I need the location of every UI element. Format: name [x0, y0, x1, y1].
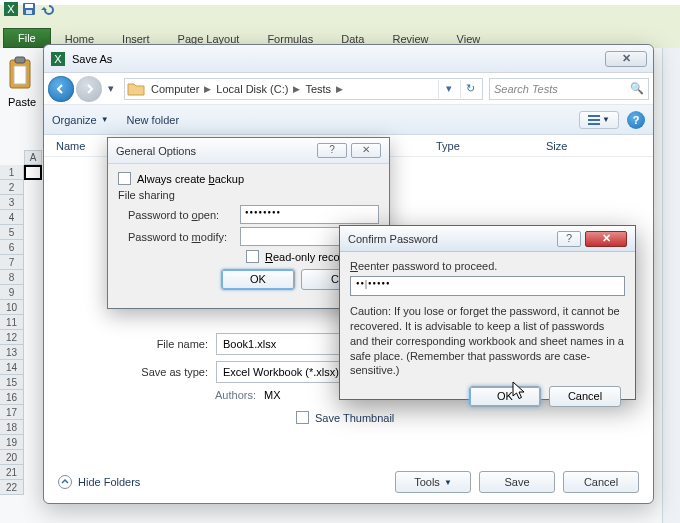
row-header[interactable]: 17 [0, 405, 24, 420]
checkbox-icon [246, 250, 259, 263]
nav-back-button[interactable] [48, 76, 74, 102]
row-header[interactable]: 16 [0, 390, 24, 405]
authors-label: Authors: [196, 389, 256, 401]
row-header[interactable]: 22 [0, 480, 24, 495]
caution-text: Caution: If you lose or forget the passw… [350, 304, 625, 378]
breadcrumb[interactable]: Local Disk (C:) [214, 81, 290, 97]
column-type[interactable]: Type [436, 140, 546, 152]
ok-button[interactable]: OK [469, 386, 541, 407]
folder-icon [127, 80, 145, 98]
close-icon[interactable]: ✕ [351, 143, 381, 158]
row-header[interactable]: 12 [0, 330, 24, 345]
refresh-icon[interactable]: ↻ [460, 80, 480, 98]
row-header[interactable]: 2 [0, 180, 24, 195]
quick-access-toolbar: X [3, 1, 55, 17]
organize-button[interactable]: Organize ▼ [52, 114, 109, 126]
breadcrumb[interactable]: Computer [149, 81, 201, 97]
help-icon[interactable]: ? [317, 143, 347, 158]
breadcrumb[interactable]: Tests [303, 81, 333, 97]
always-backup-checkbox[interactable]: Always create backup [118, 172, 379, 185]
row-header[interactable]: 18 [0, 420, 24, 435]
authors-value[interactable]: MX [264, 389, 281, 401]
row-header[interactable]: 6 [0, 240, 24, 255]
confirm-titlebar[interactable]: Confirm Password ? ✕ [340, 226, 635, 252]
reenter-label: Reenter password to proceed. [350, 260, 625, 272]
savetype-label: Save as type: [124, 366, 216, 378]
view-options-button[interactable]: ▼ [579, 111, 619, 129]
dialog-title: Confirm Password [348, 233, 438, 245]
svg-rect-7 [14, 66, 26, 84]
help-icon[interactable]: ? [627, 111, 645, 129]
cancel-button[interactable]: Cancel [549, 386, 621, 407]
search-input[interactable]: Search Tests 🔍 [489, 78, 649, 100]
row-headers: 1 2 3 4 5 6 7 8 9 10 11 12 13 14 15 16 1… [0, 165, 24, 495]
row-header[interactable]: 13 [0, 345, 24, 360]
confirm-password-dialog: Confirm Password ? ✕ Reenter password to… [339, 225, 636, 400]
close-icon[interactable]: ✕ [605, 51, 647, 67]
row-header[interactable]: 8 [0, 270, 24, 285]
row-header[interactable]: 9 [0, 285, 24, 300]
row-header[interactable]: 4 [0, 210, 24, 225]
svg-text:X: X [7, 3, 15, 15]
row-header[interactable]: 1 [0, 165, 24, 180]
excel-app-icon: X [3, 1, 19, 17]
nav-forward-button[interactable] [76, 76, 102, 102]
ok-button[interactable]: OK [221, 269, 295, 290]
help-icon[interactable]: ? [557, 231, 581, 247]
address-dropdown-icon[interactable]: ▾ [438, 80, 458, 98]
svg-rect-6 [15, 57, 25, 63]
tools-button[interactable]: Tools ▼ [395, 471, 471, 493]
excel-icon: X [50, 51, 66, 67]
column-size[interactable]: Size [546, 140, 606, 152]
svg-text:X: X [54, 53, 62, 65]
dialog-title: General Options [116, 145, 196, 157]
checkbox-icon [118, 172, 131, 185]
confirm-password-input[interactable]: ••|••••• [350, 276, 625, 296]
row-header[interactable]: 3 [0, 195, 24, 210]
section-label: File sharing [118, 189, 379, 201]
row-header[interactable]: 15 [0, 375, 24, 390]
svg-rect-3 [25, 4, 33, 8]
nav-bar: ▾ Computer▶ Local Disk (C:)▶ Tests▶ ▾ ↻ … [44, 73, 653, 105]
nav-history-dropdown[interactable]: ▾ [104, 82, 118, 95]
dialog-title: Save As [72, 53, 112, 65]
save-button[interactable]: Save [479, 471, 555, 493]
search-placeholder: Search Tests [494, 83, 558, 95]
save-as-titlebar[interactable]: X Save As ✕ [44, 45, 653, 73]
chevron-right-icon[interactable]: ▶ [333, 84, 346, 94]
hide-folders-button[interactable]: Hide Folders [58, 475, 140, 489]
row-header[interactable]: 21 [0, 465, 24, 480]
chevron-right-icon[interactable]: ▶ [290, 84, 303, 94]
svg-rect-11 [588, 119, 600, 121]
toolbar: Organize ▼ New folder ▼ ? [44, 105, 653, 135]
undo-icon[interactable] [39, 1, 55, 17]
cancel-button[interactable]: Cancel [563, 471, 639, 493]
close-icon[interactable]: ✕ [585, 231, 627, 247]
chevron-up-icon [58, 475, 72, 489]
svg-rect-12 [588, 123, 600, 125]
row-header[interactable]: 5 [0, 225, 24, 240]
row-header[interactable]: 20 [0, 450, 24, 465]
row-header[interactable]: 7 [0, 255, 24, 270]
row-header[interactable]: 11 [0, 315, 24, 330]
column-header-a[interactable]: A [24, 150, 42, 165]
address-bar[interactable]: Computer▶ Local Disk (C:)▶ Tests▶ ▾ ↻ [124, 78, 483, 100]
right-edge [662, 48, 680, 523]
chevron-down-icon: ▼ [101, 115, 109, 124]
general-options-titlebar[interactable]: General Options ? ✕ [108, 138, 389, 164]
row-header[interactable]: 19 [0, 435, 24, 450]
paste-label: Paste [2, 96, 42, 108]
row-header[interactable]: 10 [0, 300, 24, 315]
new-folder-button[interactable]: New folder [127, 114, 180, 126]
password-open-input[interactable]: •••••••• [240, 205, 379, 224]
password-modify-label: Password to modify: [128, 231, 240, 243]
chevron-right-icon[interactable]: ▶ [201, 84, 214, 94]
selected-cell[interactable] [24, 165, 42, 180]
save-as-footer: Hide Folders Tools ▼ Save Cancel [58, 471, 639, 493]
save-icon[interactable] [21, 1, 37, 17]
search-icon[interactable]: 🔍 [630, 82, 644, 96]
chevron-down-icon: ▼ [444, 478, 452, 487]
svg-rect-10 [588, 115, 600, 117]
row-header[interactable]: 14 [0, 360, 24, 375]
paste-button[interactable]: Paste [2, 52, 42, 108]
